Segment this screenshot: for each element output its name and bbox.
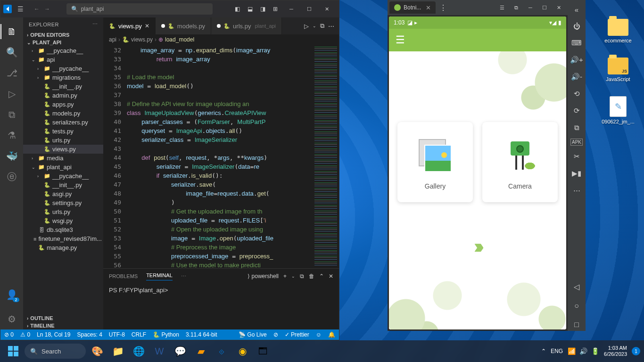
record-icon[interactable]: ▶▮ (570, 167, 583, 180)
tree-item[interactable]: ›📁migrations (23, 73, 103, 82)
tree-item[interactable]: ≡finetune_revised87im... (23, 234, 103, 243)
layout-left-icon[interactable]: ◧ (233, 4, 242, 14)
tree-item[interactable]: 🐍settings.py (23, 198, 103, 207)
layout-bottom-icon[interactable]: ⬓ (246, 4, 255, 14)
settings-tab[interactable]: ⚙ (0, 309, 23, 329)
search-tab[interactable]: 🔍 (0, 42, 23, 63)
wifi-icon[interactable]: 📶 (568, 347, 576, 355)
source-control-tab[interactable]: ⎇ (0, 63, 23, 83)
run-button[interactable]: ▷ (304, 23, 309, 30)
volume-down-icon[interactable]: 🔊- (569, 71, 584, 83)
layout-grid-icon[interactable]: ⊞ (271, 4, 280, 14)
edge-tab[interactable]: ⓔ (0, 166, 23, 187)
menu-icon[interactable]: ☰ (15, 3, 26, 15)
tree-item[interactable]: 🐍asgi.py (23, 189, 103, 198)
add-terminal-button[interactable]: + (283, 273, 287, 280)
close-icon[interactable]: ✕ (145, 23, 149, 29)
tree-item[interactable]: 🐍wsgi.py (23, 216, 103, 225)
status-spaces[interactable]: Spaces: 4 (77, 331, 102, 338)
tree-item[interactable]: 🐍__init__.py (23, 82, 103, 91)
desktop-file-txt[interactable]: 090622_jm_... (602, 96, 635, 124)
outline-section[interactable]: ›OUTLINE (23, 314, 103, 322)
terminal-input[interactable]: PS F:\FYP\plant_api> (103, 284, 339, 329)
more-actions-button[interactable]: ⋯ (328, 23, 334, 30)
explorer-tab[interactable]: 🗎 (0, 21, 23, 42)
panel-tab-terminal[interactable]: TERMINAL (146, 272, 173, 280)
project-section[interactable]: ⌄PLANT_API (23, 39, 103, 46)
status-encoding[interactable]: UTF-8 (109, 331, 125, 338)
tab-views-py[interactable]: 🐍views.py✕ (103, 17, 156, 34)
tree-item[interactable]: 🐍views.py (23, 145, 103, 154)
kebab-icon[interactable]: ⋮ (436, 3, 451, 12)
desktop-folder-javascript[interactable]: JavaScript (602, 58, 635, 82)
taskbar-vscode[interactable]: ⟐ (212, 342, 231, 361)
tree-item[interactable]: 🐍urls.py (23, 207, 103, 216)
tree-item[interactable]: 🐍serializers.py (23, 118, 103, 127)
status-warnings[interactable]: ⚠ 0 (20, 331, 30, 338)
more-icon[interactable]: ⋯ (571, 184, 582, 197)
kill-terminal-button[interactable]: 🗑 (309, 273, 314, 280)
volume-up-icon[interactable]: 🔊+ (568, 54, 585, 66)
close-panel-button[interactable]: ✕ (329, 273, 333, 280)
notification-badge[interactable]: 1 (632, 347, 640, 355)
tree-item[interactable]: ⌄📁plant_api (23, 163, 103, 172)
start-button[interactable] (4, 342, 23, 361)
hamburger-icon[interactable]: ☰ (396, 34, 405, 46)
tree-item[interactable]: ›📁__pycache__ (23, 172, 103, 181)
status-eol[interactable]: CRLF (132, 331, 146, 338)
close-icon[interactable]: ✕ (426, 4, 431, 11)
tab-urls-py[interactable]: 🐍urls.pyplant_api (211, 17, 282, 34)
screenshot-icon[interactable]: ⧉ (572, 122, 581, 134)
status-port[interactable]: ⊘ (273, 331, 278, 338)
more-icon[interactable]: ⋯ (92, 21, 98, 27)
taskbar-app[interactable]: ◉ (233, 342, 252, 361)
close-button[interactable]: ✕ (318, 0, 336, 17)
taskbar-clock[interactable]: 1:03 AM 6/26/2023 (604, 345, 627, 357)
terminal-shell-label[interactable]: ⟩ powershell (248, 273, 279, 280)
camera-card[interactable]: Camera (482, 122, 558, 202)
status-errors[interactable]: ⊘ 0 (4, 331, 14, 338)
run-debug-tab[interactable]: ▷ (0, 83, 23, 104)
taskbar-app2[interactable]: 🗔 (254, 342, 272, 361)
android-back-button[interactable]: ◁ (572, 280, 581, 293)
close-button[interactable]: ✕ (552, 0, 566, 15)
open-editors-section[interactable]: ›OPEN EDITORS (23, 31, 103, 39)
breadcrumbs[interactable]: api› 🐍views.py› ⊕load_model (103, 34, 339, 45)
status-python-version[interactable]: 3.11.4 64-bit (186, 331, 217, 338)
panel-more[interactable]: ⋯ (181, 273, 186, 280)
status-bell[interactable]: 🔔 (328, 331, 335, 338)
android-recents-button[interactable]: □ (572, 319, 581, 331)
split-terminal-button[interactable]: ⧉ (300, 273, 304, 280)
tree-item[interactable]: ›📁__pycache__ (23, 64, 103, 73)
code-editor[interactable]: image_array = np.expand_dims(image_array… (127, 45, 313, 268)
taskbar-sublime[interactable]: ▰ (191, 342, 210, 361)
keyboard-icon[interactable]: ⌨ (570, 37, 584, 49)
panel-tab-problems[interactable]: PROBLEMS (109, 273, 138, 279)
status-lang[interactable]: 🐍 Python (153, 331, 179, 338)
emulator-menu-icon[interactable]: ☰ (495, 0, 509, 15)
maximize-button[interactable]: ☐ (300, 0, 318, 17)
tree-item[interactable]: 🐍urls.py (23, 136, 103, 145)
minimap[interactable] (313, 45, 339, 268)
emulator-popout-icon[interactable]: ⧉ (509, 0, 523, 15)
tree-item[interactable]: 🐍tests.py (23, 127, 103, 136)
tray-chevron-icon[interactable]: ⌃ (541, 348, 546, 354)
battery-icon[interactable]: 🔋 (591, 347, 599, 355)
tree-item[interactable]: ›📁media (23, 154, 103, 163)
volume-icon[interactable]: 🔊 (579, 347, 587, 355)
emulator-tab[interactable]: Botni... ✕ (389, 1, 436, 14)
status-cursor[interactable]: Ln 18, Col 19 (37, 331, 70, 338)
power-icon[interactable]: ⏻ (571, 20, 582, 32)
maximize-button[interactable]: ☐ (537, 0, 552, 15)
status-feedback[interactable]: ☺ (316, 331, 322, 338)
android-home-button[interactable]: ○ (572, 300, 581, 312)
docker-tab[interactable]: 🐳 (0, 146, 23, 166)
taskbar-chrome[interactable]: 🌐 (129, 342, 148, 361)
extensions-tab[interactable]: ⧉ (0, 104, 23, 125)
rotate-left-icon[interactable]: ⟲ (572, 88, 582, 100)
run-dropdown[interactable]: ⌄ (313, 24, 316, 28)
status-prettier[interactable]: ✓ Prettier (285, 331, 309, 338)
testing-tab[interactable]: ⚗ (0, 125, 23, 146)
tree-item[interactable]: 🗄db.sqlite3 (23, 225, 103, 234)
maximize-panel-button[interactable]: ⌃ (319, 273, 324, 280)
